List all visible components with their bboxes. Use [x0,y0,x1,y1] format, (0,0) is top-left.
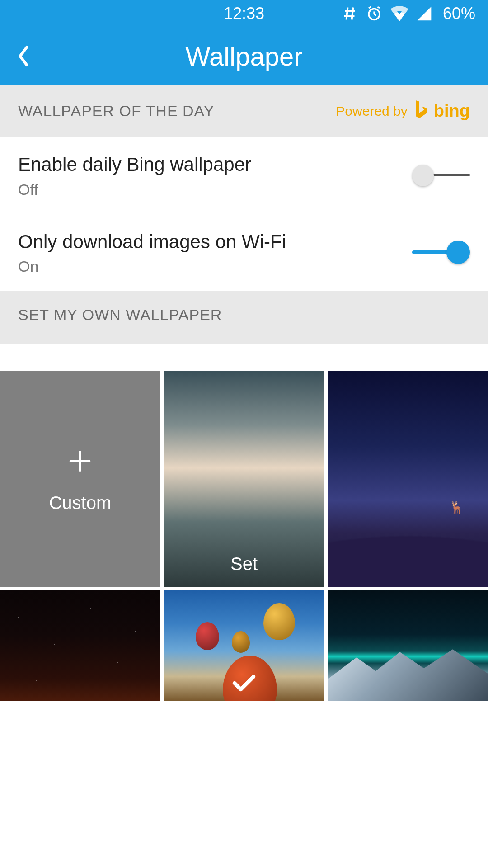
setting-enable-daily[interactable]: Enable daily Bing wallpaper Off [0,137,488,214]
toggle-wifi-only[interactable] [412,240,470,265]
wallpaper-tile-custom[interactable]: Custom [0,371,160,587]
wallpaper-tile-3[interactable] [0,590,160,701]
deer-silhouette-icon: 🦌 [449,500,464,514]
setting-wifi-only-status: On [18,258,412,275]
wallpaper-set-label: Set [230,554,258,574]
setting-enable-daily-status: Off [18,181,412,198]
wallpaper-tile-5[interactable] [328,590,488,701]
wallpaper-tile-1[interactable]: Set [164,371,324,587]
bing-brand-text: bing [434,101,470,121]
app-bar: Wallpaper [0,27,488,85]
wallpaper-tile-4[interactable] [164,590,324,701]
page-title: Wallpaper [0,41,488,71]
setting-wifi-only-title: Only download images on Wi-Fi [18,230,412,255]
status-time: 12:33 [0,4,488,23]
plus-icon [67,445,93,481]
setting-enable-daily-title: Enable daily Bing wallpaper [18,152,412,177]
setting-wifi-only[interactable]: Only download images on Wi-Fi On [0,214,488,291]
settings-list: Enable daily Bing wallpaper Off Only dow… [0,137,488,291]
checkmark-icon [231,673,257,697]
toggle-enable-daily[interactable] [412,163,470,188]
section-title-daily: WALLPAPER OF THE DAY [18,102,214,120]
wallpaper-custom-label: Custom [49,493,111,513]
bing-icon [412,99,430,123]
wallpaper-gallery: Custom Set 🦌 Set [0,371,488,701]
section-title-own: SET MY OWN WALLPAPER [18,306,470,324]
wallpaper-tile-2[interactable]: 🦌 Set [328,371,488,587]
status-bar: 12:33 60% [0,0,488,27]
section-header-own: SET MY OWN WALLPAPER [0,291,488,344]
powered-by-bing: Powered by bing [336,99,470,123]
section-header-daily: WALLPAPER OF THE DAY Powered by bing [0,85,488,137]
powered-by-label: Powered by [336,104,407,119]
